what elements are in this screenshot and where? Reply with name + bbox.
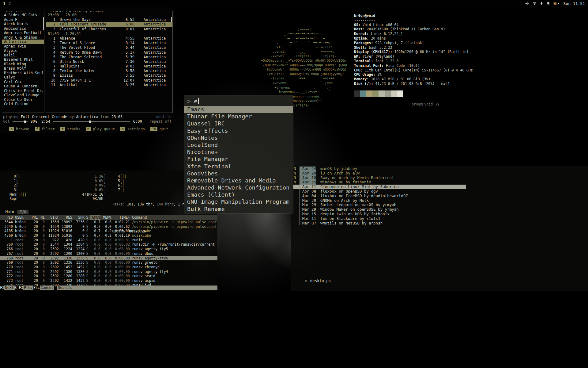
launcher-item[interactable]: Bulk Rename: [184, 205, 293, 213]
progress-slider[interactable]: [53, 120, 130, 124]
volume-slider-thumb[interactable]: [24, 121, 26, 123]
feed-row[interactable]: N Apr 15 Windows 98 by fathonix: [293, 180, 588, 185]
artist-list-item[interactable]: Close Up Over: [2, 98, 44, 102]
function-key-button[interactable]: EscCancel: [33, 286, 54, 290]
artist-list-item[interactable]: Christie Front Dr..: [2, 89, 44, 93]
launcher-search-input[interactable]: > e: [184, 97, 293, 106]
artist-list-item[interactable]: Brass Wolf: [2, 66, 44, 71]
feed-row[interactable]: N Apr 24 macOS by jdabney: [293, 167, 588, 171]
header-time[interactable]: TIME+: [111, 215, 130, 220]
artist-list-item[interactable]: Calyx: [2, 75, 44, 80]
launcher-item[interactable]: Goodvibes: [184, 170, 293, 177]
volume-slider[interactable]: [13, 120, 28, 124]
track-row[interactable]: 2 Tower of Silence 8:14 Antarctica: [46, 41, 172, 45]
track-row[interactable]: 3 Closetful of Churches 8:07 Antarctica: [46, 27, 172, 32]
htop-tab[interactable]: Main: [3, 210, 17, 214]
artist-list-item[interactable]: Aphex Twin: [2, 44, 44, 49]
header-pid[interactable]: PID: [0, 215, 13, 220]
artist-list-item[interactable]: Adam F: [2, 17, 44, 22]
function-key-button[interactable]: F3Next: [0, 286, 15, 290]
shortcut-button[interactable]: ffilter: [35, 127, 55, 131]
process-row[interactable]: 1 root 20 0 972 428 428 S 0.0 0.0 0:00.3…: [0, 238, 217, 243]
process-row[interactable]: 772 root 20 0 2392 1280 1280 S 0.0 0.0 0…: [0, 274, 217, 278]
launcher-item[interactable]: Emacs: [184, 106, 293, 113]
battery-icon[interactable]: [553, 2, 559, 6]
feed-row[interactable]: Apr 11 Cinnamon on Linux Mint by Sakurin…: [293, 185, 466, 189]
filter-prompt[interactable]: >deskto.ps: [296, 274, 331, 288]
feed-row[interactable]: Mar 29 Window Maker on openSUSE by yrmya…: [293, 207, 588, 212]
process-row[interactable]: 769 root 20 0 2392 1336 1336 S 0.0 0.0 0…: [0, 260, 217, 265]
launcher-item[interactable]: File Manager: [184, 155, 293, 163]
workspace-button[interactable]: 2: [9, 1, 11, 6]
track-row[interactable]: 2 Full Crescent Crusade 6:00 Antarctica: [46, 22, 172, 27]
track-row[interactable]: 11 Arctikal 8:25 Antarctica: [46, 83, 172, 87]
search-field[interactable]: Search:: [57, 286, 217, 290]
artist-list-item[interactable]: Aleck Karis: [2, 22, 44, 26]
header-state[interactable]: S: [85, 215, 90, 220]
artist-list-item[interactable]: Carl Cox: [2, 80, 44, 84]
feed-row[interactable]: Mar 29 Sorbet Leopard on macOS by yrmyah: [293, 203, 588, 207]
process-row[interactable]: 771 root 20 0 2392 1380 1380 S 0.0 0.0 0…: [0, 270, 217, 274]
track-row[interactable]: 6 Ultra Norsk 7:36 Antarctica: [46, 59, 172, 64]
launcher-item[interactable]: Advanced Network Configuration: [184, 184, 293, 191]
launcher-item[interactable]: LocalSend: [184, 141, 293, 148]
launcher-item[interactable]: Thunar File Manager: [184, 113, 293, 120]
artist-list-item[interactable]: Brothers With Soul: [2, 71, 44, 75]
shortcut-button[interactable]: bbrowse: [9, 127, 29, 131]
artists-scrollbar[interactable]: [43, 17, 44, 30]
repeat-toggle[interactable]: repeat off: [149, 119, 172, 124]
header-command[interactable]: Command: [130, 215, 217, 220]
header-pri[interactable]: PRI: [30, 215, 38, 220]
shell-prompt[interactable]: br0qn@void:~$: [412, 102, 443, 106]
shortcut-button[interactable]: nplay queue: [86, 127, 115, 131]
process-row[interactable]: 4769 br0qn 20 0 1192M 51016 0 S 0.7 0.2 …: [0, 233, 217, 238]
artist-list-item[interactable]: Cause 4 Concern: [2, 84, 44, 89]
launcher-item[interactable]: Xfce Terminal: [184, 163, 293, 170]
wifi-icon[interactable]: [532, 1, 537, 6]
shuffle-toggle[interactable]: shuffle: [156, 115, 172, 119]
launcher-item[interactable]: Easy Effects: [184, 127, 293, 134]
artist-list-item[interactable]: Cold Fusion: [2, 102, 44, 106]
feed-row[interactable]: Apr 04 fluxbox on FreeBSD by deadtothewo…: [293, 194, 588, 198]
feed-row[interactable]: Mar 07 wmutils on NetBSD by arpnsh: [293, 221, 588, 226]
header-mem[interactable]: MEM%: [100, 215, 111, 220]
shortcut-button[interactable]: ^Dquit: [150, 127, 168, 131]
htop-tab[interactable]: I/O: [17, 210, 29, 214]
feed-row[interactable]: Mar 11 twm on Slackware by r1w1s1: [293, 217, 588, 221]
track-row[interactable]: 5 The Chrome Selected 5:39 Antarctica: [46, 55, 172, 59]
process-row[interactable]: 770 root 20 0 2392 1452 1452 S 0.0 0.0 0…: [0, 265, 217, 270]
feed-row[interactable]: N Apr 20 i3 on Arch by elw: [293, 171, 588, 176]
feed-row[interactable]: Mar 15 deepin-kwin on UOS by fathonix: [293, 212, 588, 217]
track-row[interactable]: 8 Tektur the Water 8:58 Antarctica: [46, 69, 172, 73]
launcher-item[interactable]: Emacs (Client): [184, 191, 293, 198]
function-key-button[interactable]: S-F3Prev: [15, 286, 33, 290]
track-row[interactable]: 3 The Velvet Flood 6:44 Antarctica: [46, 45, 172, 50]
feed-row[interactable]: Apr 08 fluxbox on OpenBSD by dgv: [293, 189, 588, 194]
launcher-item[interactable]: QOwnNotes: [184, 134, 293, 141]
artist-list-item[interactable]: Andy C & Shimon: [2, 35, 44, 40]
artist-list-item[interactable]: Black Wing: [2, 62, 44, 67]
launcher-item[interactable]: GNU Image Manipulation Program: [184, 198, 293, 205]
track-row[interactable]: 1 Drown the Days 8:53 Antarctica: [46, 17, 172, 22]
artist-list-item[interactable]: Atypic: [2, 48, 44, 53]
artist-list-item[interactable]: Ambisonics: [2, 26, 44, 31]
progress-slider-thumb[interactable]: [89, 121, 91, 123]
header-user[interactable]: USER: [13, 215, 30, 220]
track-row[interactable]: 10 7759 60784 1 E 12:07 Antarctica: [46, 78, 172, 83]
artist-list-item[interactable]: American Football: [2, 31, 44, 35]
bell-icon[interactable]: [546, 1, 550, 6]
feed-row[interactable]: Mar 30 GNOME on Arch by Molk: [293, 198, 588, 203]
header-ni[interactable]: NI: [38, 215, 45, 220]
process-row[interactable]: 3549 br0qn 20 0 165M 13892 0 S 0.7 0.0 0…: [0, 224, 217, 229]
process-row[interactable]: 760 root 20 0 2544 1304 1304 S 0.0 0.0 0…: [0, 242, 217, 247]
launcher-item[interactable]: Removable Drives and Media: [184, 177, 293, 184]
launcher-item[interactable]: Quassel IRC: [184, 120, 293, 127]
workspace-button[interactable]: 1: [3, 1, 6, 6]
process-row[interactable]: 766 root 20 0 2392 1224 1224 S 0.0 0.0 0…: [0, 247, 217, 251]
header-virt[interactable]: VIRT: [45, 215, 59, 220]
artist-list-item[interactable]: Balil: [2, 53, 44, 58]
header-res[interactable]: RES: [59, 215, 72, 220]
process-row[interactable]: 768 root 20 0 2392 1336 1336 S 0.0 0.0 0…: [0, 256, 217, 261]
process-row[interactable]: 3544 br0qn 20 0 165M 13892 7236 S 0.7 0.…: [0, 220, 217, 224]
track-row[interactable]: 1 Absence 4:55 Antarctica: [46, 36, 172, 41]
